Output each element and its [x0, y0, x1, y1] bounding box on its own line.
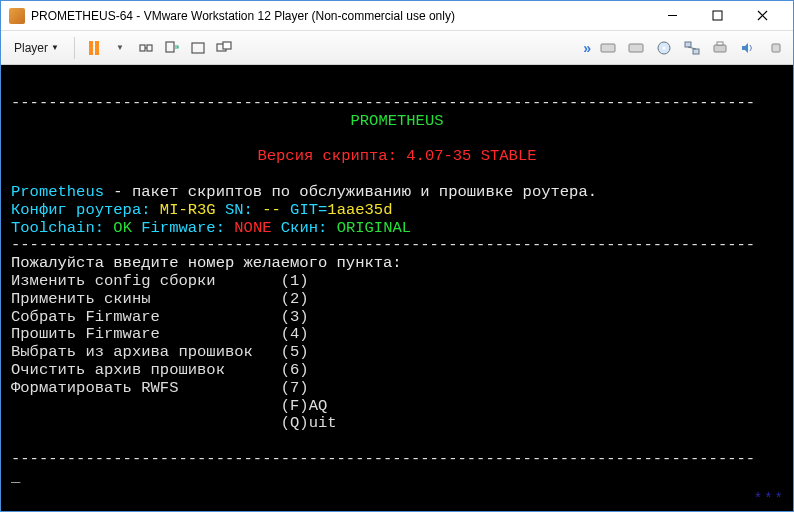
minimize-button[interactable]: [650, 2, 695, 30]
svg-rect-5: [147, 45, 152, 51]
menu-prompt: Пожалуйста введите номер желаемого пункт…: [11, 254, 402, 272]
multi-monitor-icon: [216, 40, 232, 56]
menu-item: Применить скины (2): [11, 290, 309, 308]
menu-item: Очистить архив прошивок (6): [11, 361, 309, 379]
desc-line: Prometheus - пакет скриптов по обслужива…: [11, 183, 597, 201]
chevron-right-icon[interactable]: »: [583, 40, 591, 56]
svg-rect-11: [601, 44, 615, 52]
multi-monitor-button[interactable]: [213, 37, 235, 59]
maximize-button[interactable]: [695, 2, 740, 30]
snapshot-button[interactable]: [135, 37, 157, 59]
svg-rect-20: [772, 44, 780, 52]
svg-rect-1: [713, 11, 722, 20]
player-menu-label: Player: [14, 41, 48, 55]
player-menu-button[interactable]: Player ▼: [7, 37, 66, 59]
cd-icon[interactable]: [653, 37, 675, 59]
menu-list: Изменить config сборки (1) Применить ски…: [11, 273, 783, 433]
hdd-icon[interactable]: [597, 37, 619, 59]
unity-button[interactable]: [161, 37, 183, 59]
printer-icon[interactable]: [709, 37, 731, 59]
toolbar-separator: [74, 37, 75, 59]
usb-icon[interactable]: [765, 37, 787, 59]
toolchain-line: Toolchain: OK Firmware: NONE Скин: ORIGI…: [11, 219, 411, 237]
sound-icon[interactable]: [737, 37, 759, 59]
pause-dropdown[interactable]: ▼: [109, 37, 131, 59]
watermark: ***: [754, 491, 785, 507]
menu-extra: (Q)uit: [11, 414, 337, 432]
svg-point-14: [663, 46, 666, 49]
menu-item: Форматировать RWFS (7): [11, 379, 309, 397]
window-title: PROMETHEUS-64 - VMware Workstation 12 Pl…: [31, 9, 650, 23]
close-button[interactable]: [740, 2, 785, 30]
svg-rect-4: [140, 45, 145, 51]
svg-rect-15: [685, 42, 691, 47]
svg-rect-8: [192, 43, 204, 53]
terminal-console[interactable]: ----------------------------------------…: [1, 65, 793, 511]
snapshot-icon: [138, 40, 154, 56]
menu-extra: (F)AQ: [11, 397, 327, 415]
menu-item: Собрать Firmware (3): [11, 308, 309, 326]
svg-rect-10: [223, 42, 231, 49]
menu-item: Прошить Firmware (4): [11, 325, 309, 343]
menu-item: Изменить config сборки (1): [11, 272, 309, 290]
cursor: _: [11, 468, 20, 486]
svg-rect-7: [166, 42, 174, 52]
title-bar: PROMETHEUS-64 - VMware Workstation 12 Pl…: [1, 1, 793, 31]
pause-icon: [89, 41, 99, 55]
svg-rect-19: [717, 42, 723, 45]
dash-line-top: ----------------------------------------…: [11, 94, 755, 112]
fullscreen-button[interactable]: [187, 37, 209, 59]
dash-line-bot: ----------------------------------------…: [11, 450, 755, 468]
svg-rect-16: [693, 49, 699, 54]
chevron-down-icon: ▼: [51, 43, 59, 52]
fullscreen-icon: [190, 40, 206, 56]
hdd2-icon[interactable]: [625, 37, 647, 59]
app-icon: [9, 8, 25, 24]
dash-line-mid: ----------------------------------------…: [11, 236, 755, 254]
network-icon[interactable]: [681, 37, 703, 59]
svg-rect-18: [714, 45, 726, 52]
app-name: PROMETHEUS: [11, 113, 783, 131]
toolbar: Player ▼ ▼ »: [1, 31, 793, 65]
svg-line-17: [688, 47, 696, 49]
version-line: Версия скрипта: 4.07-35 STABLE: [11, 148, 783, 166]
pause-button[interactable]: [83, 37, 105, 59]
unity-icon: [164, 40, 180, 56]
svg-rect-12: [629, 44, 643, 52]
toolbar-right: »: [583, 37, 787, 59]
config-line: Конфиг роутера: MI-R3G SN: -- GIT=1aae35…: [11, 201, 392, 219]
menu-item: Выбрать из архива прошивок (5): [11, 343, 309, 361]
window-controls: [650, 2, 785, 30]
